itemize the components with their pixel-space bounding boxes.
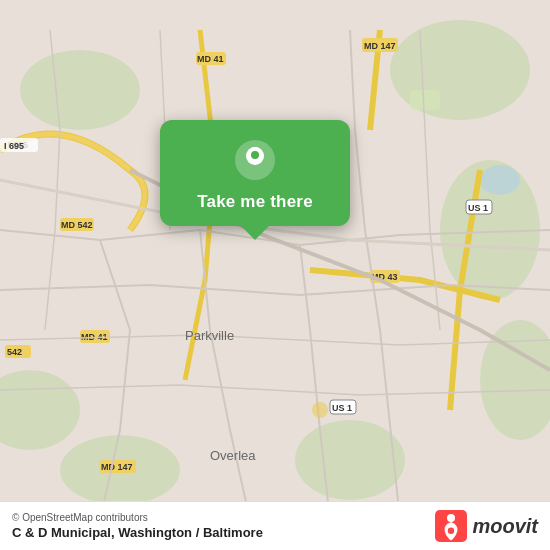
map-background: I 695 I 695 MD 147 MD 41 MD 41 MD 542 US… (0, 0, 550, 550)
svg-text:MD 542: MD 542 (61, 220, 93, 230)
svg-point-36 (312, 402, 328, 418)
svg-point-9 (480, 165, 520, 195)
svg-text:MD 147: MD 147 (364, 41, 396, 51)
svg-text:542: 542 (7, 347, 22, 357)
moovit-text: moovit (472, 515, 538, 538)
svg-text:Overlea: Overlea (210, 448, 256, 463)
svg-text:MD 41: MD 41 (197, 54, 224, 64)
bottom-bar: © OpenStreetMap contributors C & D Munic… (0, 501, 550, 550)
moovit-brand-icon (435, 510, 467, 542)
svg-point-39 (251, 151, 259, 159)
svg-text:Parkville: Parkville (185, 328, 234, 343)
pin-icon (233, 138, 277, 182)
location-title: C & D Municipal, Washington / Baltimore (12, 525, 263, 540)
svg-point-7 (295, 420, 405, 500)
svg-point-41 (447, 514, 455, 522)
moovit-logo: moovit (435, 510, 538, 542)
osm-credit: © OpenStreetMap contributors (12, 512, 263, 523)
popup-card[interactable]: Take me there (160, 120, 350, 226)
svg-text:US 1: US 1 (332, 403, 352, 413)
svg-text:I 695: I 695 (4, 141, 24, 151)
svg-text:US 1: US 1 (468, 203, 488, 213)
map-container: I 695 I 695 MD 147 MD 41 MD 41 MD 542 US… (0, 0, 550, 550)
svg-point-1 (20, 50, 140, 130)
take-me-there-button[interactable]: Take me there (197, 192, 313, 212)
svg-text:MD 147: MD 147 (101, 462, 133, 472)
bottom-left-info: © OpenStreetMap contributors C & D Munic… (12, 512, 263, 540)
svg-rect-8 (410, 90, 440, 110)
svg-point-42 (448, 528, 454, 534)
